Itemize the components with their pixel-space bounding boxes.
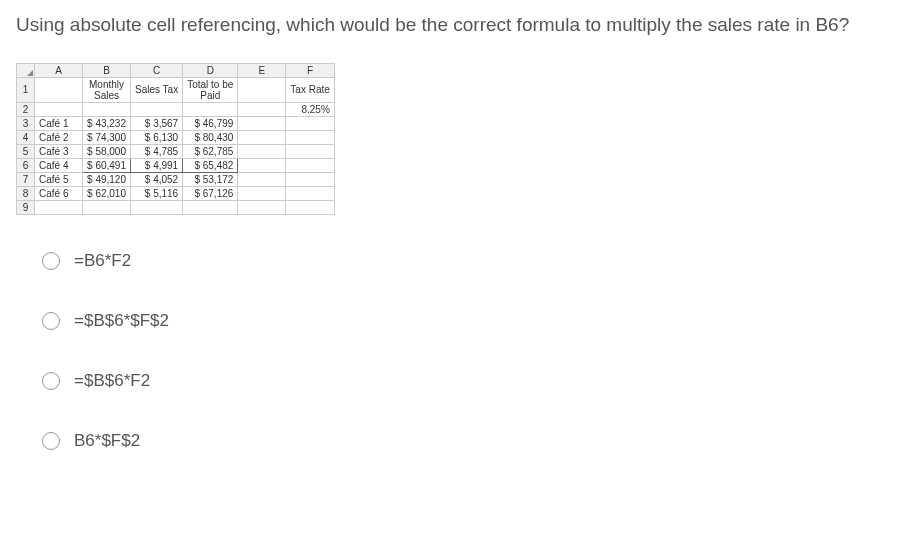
cell-label: Café 1	[35, 116, 83, 130]
row-header: 6	[17, 158, 35, 172]
cell-value: $ 3,567	[131, 116, 183, 130]
cell-value: $ 58,000	[83, 144, 131, 158]
cell-c6-selected: $ 4,991	[131, 158, 183, 172]
cell-f2: 8.25%	[286, 102, 334, 116]
select-all-corner	[17, 63, 35, 77]
cell-value: $ 4,785	[131, 144, 183, 158]
cell-value: $ 49,120	[83, 172, 131, 186]
option-4[interactable]: B6*$F$2	[16, 431, 907, 451]
option-text: =$B$6*F2	[74, 371, 150, 391]
cell	[286, 200, 334, 214]
cell	[131, 200, 183, 214]
cell	[238, 158, 286, 172]
cell-value: $ 53,172	[183, 172, 238, 186]
row-header: 7	[17, 172, 35, 186]
row-header: 5	[17, 144, 35, 158]
cell-value: $ 62,785	[183, 144, 238, 158]
row-header: 1	[17, 77, 35, 102]
cell	[238, 102, 286, 116]
row-header: 4	[17, 130, 35, 144]
cell	[286, 172, 334, 186]
cell	[35, 77, 83, 102]
cell-b1: MonthlySales	[83, 77, 131, 102]
cell-d1: Total to bePaid	[183, 77, 238, 102]
cell	[35, 200, 83, 214]
cell	[238, 77, 286, 102]
cell	[238, 144, 286, 158]
cell-label: Café 3	[35, 144, 83, 158]
cell-label: Café 5	[35, 172, 83, 186]
row-header: 2	[17, 102, 35, 116]
spreadsheet: A B C D E F 1 MonthlySales Sales Tax Tot…	[16, 63, 335, 215]
cell	[238, 200, 286, 214]
col-header-d: D	[183, 63, 238, 77]
cell-value: $ 6,130	[131, 130, 183, 144]
radio-icon	[42, 372, 60, 390]
cell	[131, 102, 183, 116]
cell	[238, 130, 286, 144]
cell	[286, 144, 334, 158]
question-text: Using absolute cell referencing, which w…	[16, 12, 907, 39]
option-2[interactable]: =$B$6*$F$2	[16, 311, 907, 331]
col-header-b: B	[83, 63, 131, 77]
cell	[286, 186, 334, 200]
cell	[83, 200, 131, 214]
col-header-e: E	[238, 63, 286, 77]
cell	[238, 186, 286, 200]
cell	[83, 102, 131, 116]
cell-value: $ 67,126	[183, 186, 238, 200]
row-header: 9	[17, 200, 35, 214]
col-header-f: F	[286, 63, 334, 77]
cell	[35, 102, 83, 116]
cell-c1: Sales Tax	[131, 77, 183, 102]
radio-icon	[42, 312, 60, 330]
cell-value: $ 74,300	[83, 130, 131, 144]
cell-label: Café 4	[35, 158, 83, 172]
radio-icon	[42, 432, 60, 450]
cell-value: $ 4,052	[131, 172, 183, 186]
row-header: 8	[17, 186, 35, 200]
radio-icon	[42, 252, 60, 270]
cell-value: $ 80,430	[183, 130, 238, 144]
cell	[238, 172, 286, 186]
cell	[238, 116, 286, 130]
col-header-a: A	[35, 63, 83, 77]
cell	[183, 102, 238, 116]
cell-f1: Tax Rate	[286, 77, 334, 102]
option-text: =$B$6*$F$2	[74, 311, 169, 331]
cell-value: $ 43,232	[83, 116, 131, 130]
row-header: 3	[17, 116, 35, 130]
cell-b6-selected: $ 60,491	[83, 158, 131, 172]
cell-d6-selected: $ 65,482	[183, 158, 238, 172]
option-text: =B6*F2	[74, 251, 131, 271]
cell	[286, 130, 334, 144]
col-header-c: C	[131, 63, 183, 77]
cell-value: $ 62,010	[83, 186, 131, 200]
cell-value: $ 5,116	[131, 186, 183, 200]
cell-value: $ 46,799	[183, 116, 238, 130]
cell	[183, 200, 238, 214]
cell	[286, 116, 334, 130]
option-3[interactable]: =$B$6*F2	[16, 371, 907, 391]
cell-label: Café 2	[35, 130, 83, 144]
option-1[interactable]: =B6*F2	[16, 251, 907, 271]
cell	[286, 158, 334, 172]
option-text: B6*$F$2	[74, 431, 140, 451]
cell-label: Café 6	[35, 186, 83, 200]
